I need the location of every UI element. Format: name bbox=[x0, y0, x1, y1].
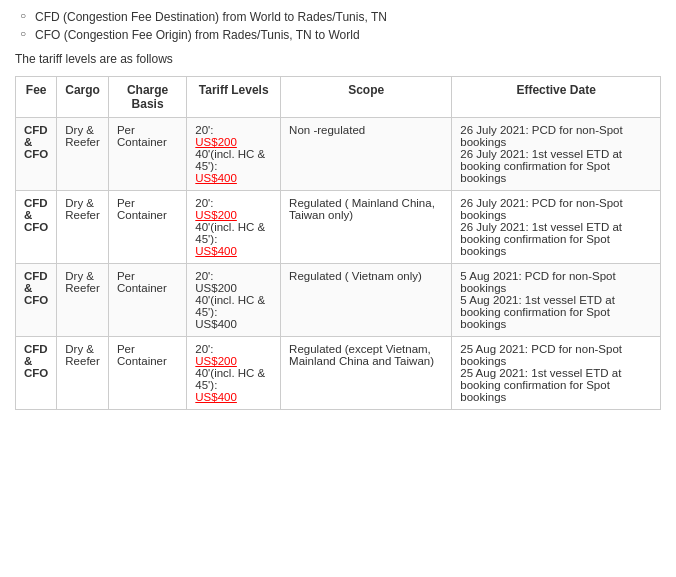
cell-effective-date: 25 Aug 2021: PCD for non-Spot bookings25… bbox=[452, 337, 661, 410]
tariff-20-value: US$200 bbox=[195, 209, 237, 221]
tariff-table: Fee Cargo Charge Basis Tariff Levels Sco… bbox=[15, 76, 661, 410]
col-header-effective-date: Effective Date bbox=[452, 77, 661, 118]
cell-tariff-levels: 20': US$200 40'(incl. HC & 45'): US$400 bbox=[187, 264, 281, 337]
cell-charge-basis: Per Container bbox=[108, 264, 186, 337]
cell-tariff-levels: 20': US$200 40'(incl. HC & 45'): US$400 bbox=[187, 191, 281, 264]
effective-date-line: 5 Aug 2021: PCD for non-Spot bookings bbox=[460, 270, 615, 294]
cell-cargo: Dry &Reefer bbox=[57, 264, 109, 337]
cell-scope: Regulated (except Vietnam, Mainland Chin… bbox=[281, 337, 452, 410]
tariff-20-label: 20': bbox=[195, 343, 213, 355]
effective-date-line: 25 Aug 2021: PCD for non-Spot bookings bbox=[460, 343, 622, 367]
effective-date-line: 26 July 2021: PCD for non-Spot bookings bbox=[460, 124, 622, 148]
tariff-20-label: 20': bbox=[195, 197, 213, 209]
tariff-40-label: 40'(incl. HC & 45'): bbox=[195, 221, 265, 245]
tariff-40-value: US$400 bbox=[195, 391, 237, 403]
cell-charge-basis: Per Container bbox=[108, 337, 186, 410]
tariff-40-value: US$400 bbox=[195, 318, 237, 330]
tariff-40-label: 40'(incl. HC & 45'): bbox=[195, 148, 265, 172]
intro-bullets: CFD (Congestion Fee Destination) from Wo… bbox=[15, 10, 661, 42]
cell-scope: Regulated ( Mainland China, Taiwan only) bbox=[281, 191, 452, 264]
cell-cargo: Dry &Reefer bbox=[57, 191, 109, 264]
cell-scope: Regulated ( Vietnam only) bbox=[281, 264, 452, 337]
cell-charge-basis: Per Container bbox=[108, 191, 186, 264]
col-header-tariff-levels: Tariff Levels bbox=[187, 77, 281, 118]
tariff-20-value: US$200 bbox=[195, 282, 237, 294]
effective-date-line: 25 Aug 2021: 1st vessel ETD at booking c… bbox=[460, 367, 621, 403]
tariff-20-label: 20': bbox=[195, 270, 213, 282]
cell-fee: CFD&CFO bbox=[16, 264, 57, 337]
tariff-40-value: US$400 bbox=[195, 172, 237, 184]
table-row: CFD&CFODry &ReeferPer Container 20': US$… bbox=[16, 337, 661, 410]
table-row: CFD&CFODry &ReeferPer Container 20': US$… bbox=[16, 264, 661, 337]
tariff-40-label: 40'(incl. HC & 45'): bbox=[195, 367, 265, 391]
effective-date-line: 26 July 2021: 1st vessel ETD at booking … bbox=[460, 221, 622, 257]
cell-effective-date: 26 July 2021: PCD for non-Spot bookings2… bbox=[452, 191, 661, 264]
cell-fee: CFD&CFO bbox=[16, 118, 57, 191]
cell-effective-date: 5 Aug 2021: PCD for non-Spot bookings5 A… bbox=[452, 264, 661, 337]
tariff-20-label: 20': bbox=[195, 124, 213, 136]
col-header-cargo: Cargo bbox=[57, 77, 109, 118]
cell-effective-date: 26 July 2021: PCD for non-Spot bookings2… bbox=[452, 118, 661, 191]
col-header-charge-basis: Charge Basis bbox=[108, 77, 186, 118]
cell-fee: CFD&CFO bbox=[16, 337, 57, 410]
tariff-20-value: US$200 bbox=[195, 355, 237, 367]
cell-fee: CFD&CFO bbox=[16, 191, 57, 264]
effective-date-line: 26 July 2021: PCD for non-Spot bookings bbox=[460, 197, 622, 221]
cell-cargo: Dry &Reefer bbox=[57, 118, 109, 191]
cell-cargo: Dry &Reefer bbox=[57, 337, 109, 410]
col-header-scope: Scope bbox=[281, 77, 452, 118]
table-row: CFD&CFODry &ReeferPer Container 20': US$… bbox=[16, 191, 661, 264]
cell-charge-basis: Per Container bbox=[108, 118, 186, 191]
effective-date-line: 5 Aug 2021: 1st vessel ETD at booking co… bbox=[460, 294, 615, 330]
effective-date-line: 26 July 2021: 1st vessel ETD at booking … bbox=[460, 148, 622, 184]
bullet-2: CFO (Congestion Fee Origin) from Rades/T… bbox=[20, 28, 661, 42]
tariff-intro-text: The tariff levels are as follows bbox=[15, 52, 661, 66]
bullet-1: CFD (Congestion Fee Destination) from Wo… bbox=[20, 10, 661, 24]
tariff-20-value: US$200 bbox=[195, 136, 237, 148]
col-header-fee: Fee bbox=[16, 77, 57, 118]
cell-tariff-levels: 20': US$200 40'(incl. HC & 45'): US$400 bbox=[187, 118, 281, 191]
cell-scope: Non -regulated bbox=[281, 118, 452, 191]
tariff-40-value: US$400 bbox=[195, 245, 237, 257]
tariff-40-label: 40'(incl. HC & 45'): bbox=[195, 294, 265, 318]
table-row: CFD&CFODry &ReeferPer Container 20': US$… bbox=[16, 118, 661, 191]
cell-tariff-levels: 20': US$200 40'(incl. HC & 45'): US$400 bbox=[187, 337, 281, 410]
